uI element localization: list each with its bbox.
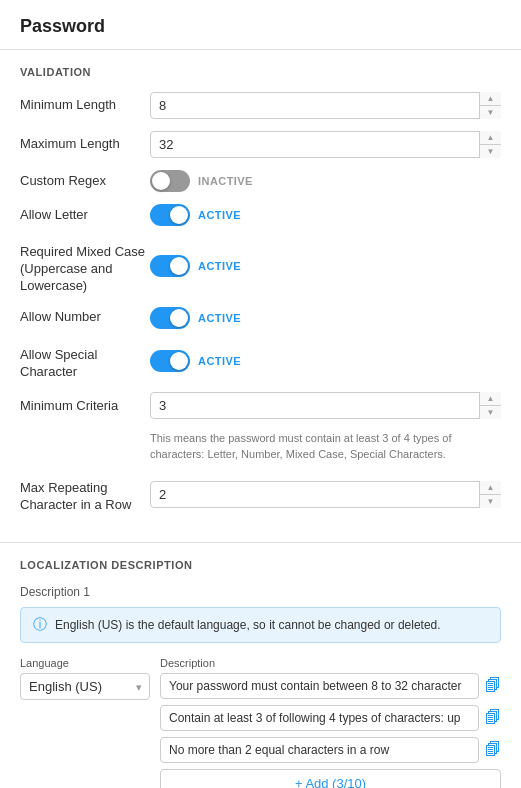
description-input-2[interactable] xyxy=(160,705,479,731)
custom-regex-label: Custom Regex xyxy=(20,173,150,190)
minimum-length-label: Minimum Length xyxy=(20,97,150,114)
description-input-3[interactable] xyxy=(160,737,479,763)
info-icon: ⓘ xyxy=(33,616,47,634)
allow-special-label: Allow Special Character xyxy=(20,341,150,381)
description-input-1[interactable] xyxy=(160,673,479,699)
custom-regex-knob xyxy=(152,172,170,190)
mixed-case-row: Required Mixed Case (Uppercase and Lower… xyxy=(20,238,501,295)
max-repeating-row: Max Repeating Character in a Row ▲ ▼ xyxy=(20,474,501,514)
minimum-criteria-input[interactable] xyxy=(150,392,501,419)
allow-special-knob xyxy=(170,352,188,370)
validation-section: VALIDATION Minimum Length ▲ ▼ Maximum Le… xyxy=(0,50,521,543)
mixed-case-state-label: ACTIVE xyxy=(198,260,241,272)
maximum-length-input[interactable] xyxy=(150,131,501,158)
localization-header: LOCALIZATION DESCRIPTION xyxy=(20,559,501,571)
minimum-criteria-label: Minimum Criteria xyxy=(20,398,150,415)
minimum-length-row: Minimum Length ▲ ▼ xyxy=(20,92,501,119)
allow-special-toggle-wrap: ACTIVE xyxy=(150,350,241,372)
allow-letter-toggle[interactable] xyxy=(150,204,190,226)
language-column: Language English (US) xyxy=(20,657,150,700)
max-repeating-input[interactable] xyxy=(150,481,501,508)
allow-number-toggle[interactable] xyxy=(150,307,190,329)
minimum-criteria-spinner: ▲ ▼ xyxy=(479,392,501,419)
localization-section: LOCALIZATION DESCRIPTION Description 1 ⓘ… xyxy=(0,543,521,788)
allow-number-label: Allow Number xyxy=(20,309,150,326)
language-select[interactable]: English (US) xyxy=(20,673,150,700)
maximum-length-label: Maximum Length xyxy=(20,136,150,153)
allow-number-state-label: ACTIVE xyxy=(198,312,241,324)
allow-number-toggle-wrap: ACTIVE xyxy=(150,307,241,329)
mixed-case-toggle-wrap: ACTIVE xyxy=(150,255,241,277)
allow-number-knob xyxy=(170,309,188,327)
info-banner-text: English (US) is the default language, so… xyxy=(55,618,441,632)
custom-regex-row: Custom Regex INACTIVE xyxy=(20,170,501,192)
delete-icon-3[interactable]: 🗐 xyxy=(485,741,501,759)
maximum-length-row: Maximum Length ▲ ▼ xyxy=(20,131,501,158)
minimum-criteria-input-wrap: ▲ ▼ xyxy=(150,392,501,419)
allow-letter-knob xyxy=(170,206,188,224)
localization-fields: Language English (US) Description 🗐 🗐 🗐 xyxy=(20,657,501,788)
allow-number-row: Allow Number ACTIVE xyxy=(20,307,501,329)
minimum-criteria-down[interactable]: ▼ xyxy=(480,406,501,419)
description-col-label: Description xyxy=(160,657,501,669)
max-repeating-label: Max Repeating Character in a Row xyxy=(20,474,150,514)
minimum-criteria-up[interactable]: ▲ xyxy=(480,392,501,406)
page-title: Password xyxy=(0,0,521,50)
minimum-length-input[interactable] xyxy=(150,92,501,119)
maximum-length-input-wrap: ▲ ▼ xyxy=(150,131,501,158)
max-repeating-input-wrap: ▲ ▼ xyxy=(150,481,501,508)
maximum-length-spinner: ▲ ▼ xyxy=(479,131,501,158)
max-repeating-up[interactable]: ▲ xyxy=(480,481,501,495)
minimum-length-down[interactable]: ▼ xyxy=(480,106,501,119)
description-item-2: 🗐 xyxy=(160,705,501,731)
minimum-length-spinner: ▲ ▼ xyxy=(479,92,501,119)
mixed-case-knob xyxy=(170,257,188,275)
allow-special-row: Allow Special Character ACTIVE xyxy=(20,341,501,381)
minimum-criteria-hint: This means the password must contain at … xyxy=(150,431,501,462)
language-select-wrap: English (US) xyxy=(20,673,150,700)
minimum-criteria-row: Minimum Criteria ▲ ▼ xyxy=(20,392,501,419)
allow-letter-state-label: ACTIVE xyxy=(198,209,241,221)
max-repeating-down[interactable]: ▼ xyxy=(480,495,501,508)
maximum-length-down[interactable]: ▼ xyxy=(480,145,501,158)
minimum-length-input-wrap: ▲ ▼ xyxy=(150,92,501,119)
mixed-case-label: Required Mixed Case (Uppercase and Lower… xyxy=(20,238,150,295)
mixed-case-toggle[interactable] xyxy=(150,255,190,277)
add-description-button[interactable]: + Add (3/10) xyxy=(160,769,501,788)
allow-special-state-label: ACTIVE xyxy=(198,355,241,367)
allow-letter-label: Allow Letter xyxy=(20,207,150,224)
maximum-length-up[interactable]: ▲ xyxy=(480,131,501,145)
description-label: Description 1 xyxy=(20,585,501,599)
description-column: Description 🗐 🗐 🗐 + Add (3/10) xyxy=(160,657,501,788)
custom-regex-toggle-wrap: INACTIVE xyxy=(150,170,253,192)
allow-special-toggle[interactable] xyxy=(150,350,190,372)
description-item-1: 🗐 xyxy=(160,673,501,699)
minimum-length-up[interactable]: ▲ xyxy=(480,92,501,106)
delete-icon-1[interactable]: 🗐 xyxy=(485,677,501,695)
validation-header: VALIDATION xyxy=(20,66,501,78)
delete-icon-2[interactable]: 🗐 xyxy=(485,709,501,727)
language-col-label: Language xyxy=(20,657,150,669)
info-banner: ⓘ English (US) is the default language, … xyxy=(20,607,501,643)
allow-letter-toggle-wrap: ACTIVE xyxy=(150,204,241,226)
custom-regex-toggle[interactable] xyxy=(150,170,190,192)
allow-letter-row: Allow Letter ACTIVE xyxy=(20,204,501,226)
max-repeating-spinner: ▲ ▼ xyxy=(479,481,501,508)
description-item-3: 🗐 xyxy=(160,737,501,763)
custom-regex-state-label: INACTIVE xyxy=(198,175,253,187)
